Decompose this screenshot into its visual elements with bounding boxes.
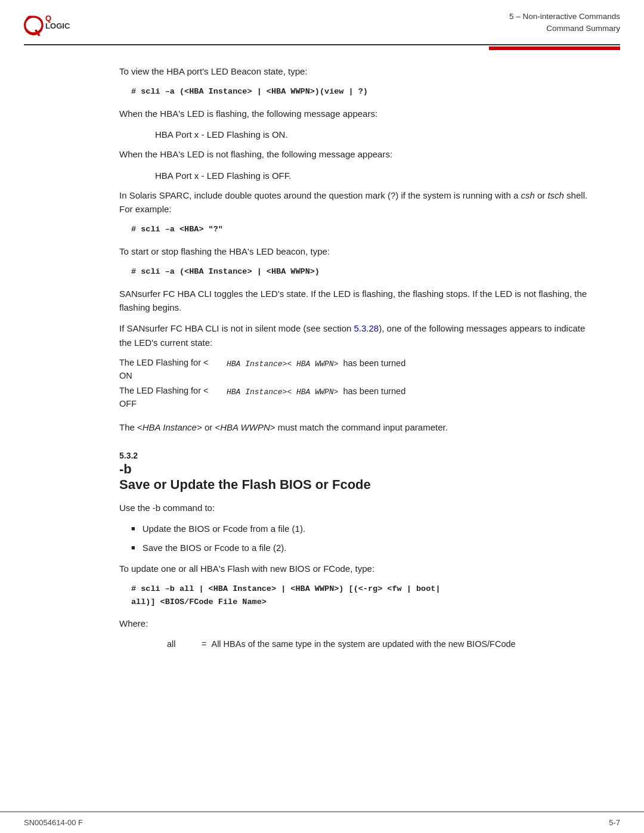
- led-code-off: HBA Instance>< HBA WWPN>: [227, 388, 338, 397]
- svg-text:Q: Q: [45, 14, 51, 23]
- where-key-all: all: [167, 637, 197, 651]
- header-rule-top: [24, 44, 620, 45]
- footer-doc-number: SN0054614-00 F: [24, 818, 83, 827]
- section-link[interactable]: 5.3.28: [354, 323, 379, 333]
- para-led-flashing: When the HBA's LED is flashing, the foll…: [119, 107, 596, 120]
- code-line2: all)] <BIOS/FCode File Name>: [131, 596, 596, 609]
- section-title-desc: Save or Update the Flash BIOS or Fcode: [119, 477, 596, 493]
- bullet-text-save: Save the BIOS or Fcode to a file (2).: [143, 541, 287, 555]
- para-toggles: SANsurfer FC HBA CLI toggles the LED's s…: [119, 287, 596, 315]
- indent-led-off: HBA Port x - LED Flashing is OFF.: [119, 169, 596, 182]
- page-footer: SN0054614-00 F 5-7: [0, 812, 644, 833]
- para-must-match: The <HBA Instance> or <HBA WWPN> must ma…: [119, 420, 596, 434]
- code-update-command: # scli –b all | <HBA Instance> | <HBA WW…: [119, 583, 596, 608]
- para-where: Where:: [119, 617, 596, 630]
- section-number: 5.3.2: [119, 451, 596, 460]
- para4-text2: or: [535, 190, 548, 200]
- para-view-hba: To view the HBA port's LED Beacon state,…: [119, 64, 596, 78]
- hba-wwpn-em: HBA WWPN: [220, 422, 270, 432]
- where-row-all: all = All HBAs of the same type in the s…: [167, 637, 596, 651]
- code-view-command: # scli –a (<HBA Instance> | <HBA WWPN>)(…: [119, 85, 596, 98]
- chapter-title: 5 – Non-interactive Commands: [509, 11, 620, 23]
- where-eq: =: [202, 637, 206, 651]
- section-title-b: -b: [119, 462, 596, 477]
- para-use-b: Use the -b command to:: [119, 501, 596, 515]
- where-table: all = All HBAs of the same type in the s…: [119, 637, 596, 651]
- header-chapter-info: 5 – Non-interactive Commands Command Sum…: [509, 11, 620, 35]
- led-label-off: The LED Flashing for < OFF: [119, 385, 227, 411]
- indent-led-on: HBA Port x - LED Flashing is ON.: [119, 128, 596, 141]
- para-start-stop: To start or stop flashing the HBA's LED …: [119, 244, 596, 258]
- section-heading: -b Save or Update the Flash BIOS or Fcod…: [119, 462, 596, 493]
- bullet-save: Save the BIOS or Fcode to a file (2).: [131, 541, 596, 555]
- led-suffix-on: has been turned: [343, 358, 405, 368]
- led-row-off: The LED Flashing for < OFF HBA Instance>…: [119, 385, 596, 411]
- led-code-on: HBA Instance>< HBA WWPN>: [227, 360, 338, 368]
- bullet-text-update: Update the BIOS or Fcode from a file (1)…: [143, 522, 305, 535]
- led-label-on: The LED Flashing for < ON: [119, 357, 227, 383]
- logo: LOGIC Q: [24, 11, 78, 39]
- code-hba-example: # scli –a <HBA> "?": [119, 223, 596, 236]
- para4-text1: In Solaris SPARC, include double quotes …: [119, 190, 521, 200]
- tsch-text: tsch: [547, 190, 564, 200]
- led-state-on: ON: [119, 371, 132, 380]
- header-rule-accent: [489, 47, 620, 50]
- led-messages-table: The LED Flashing for < ON HBA Instance><…: [119, 357, 596, 411]
- para-update-hba: To update one or all HBA's Flash with ne…: [119, 562, 596, 575]
- led-suffix-off: has been turned: [343, 386, 405, 396]
- main-content: To view the HBA port's LED Beacon state,…: [0, 50, 644, 668]
- para-silent-mode: If SANsurfer FC HBA CLI is not in silent…: [119, 321, 596, 349]
- para7-text1: If SANsurfer FC HBA CLI is not in silent…: [119, 323, 354, 333]
- section-title: Command Summary: [509, 23, 620, 35]
- code-line1: # scli –b all | <HBA Instance> | <HBA WW…: [131, 583, 596, 596]
- page-header: LOGIC Q 5 – Non-interactive Commands Com…: [0, 0, 644, 39]
- para-led-not-flashing: When the HBA's LED is not flashing, the …: [119, 147, 596, 161]
- header-rule: [0, 39, 644, 50]
- led-state-off: OFF: [119, 399, 137, 408]
- bullet-update: Update the BIOS or Fcode from a file (1)…: [131, 522, 596, 535]
- svg-text:LOGIC: LOGIC: [45, 21, 70, 30]
- qlogic-logo-svg: LOGIC Q: [24, 11, 78, 39]
- hba-instance-em: HBA Instance: [143, 422, 197, 432]
- where-val-all: All HBAs of the same type in the system …: [211, 637, 515, 651]
- bullets-list: Update the BIOS or Fcode from a file (1)…: [119, 522, 596, 555]
- led-row-on: The LED Flashing for < ON HBA Instance><…: [119, 357, 596, 383]
- para-solaris-sparc: In Solaris SPARC, include double quotes …: [119, 188, 596, 216]
- footer-page-number: 5-7: [609, 818, 620, 827]
- code-start-stop: # scli –a (<HBA Instance> | <HBA WWPN>): [119, 265, 596, 278]
- csh-text: csh: [521, 190, 534, 200]
